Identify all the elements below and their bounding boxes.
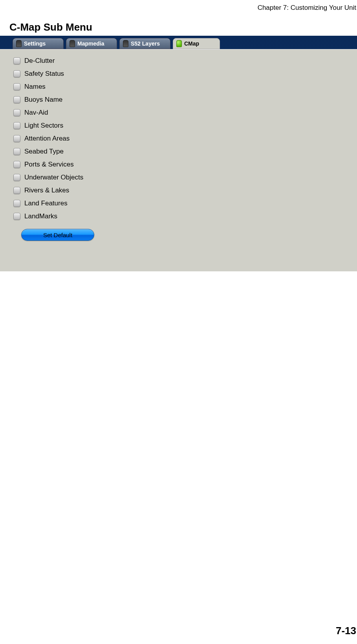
tab-cmap[interactable]: CMap (173, 38, 220, 49)
option-land-features[interactable]: Land Features (13, 197, 357, 210)
page-number: 7-13 (336, 625, 356, 637)
checkbox-icon (13, 122, 20, 129)
tab-bar: Settings Mapmedia S52 Layers CMap (13, 38, 357, 49)
checkbox-icon (13, 135, 20, 142)
set-default-button[interactable]: Set Default (21, 229, 94, 241)
checkbox-icon (13, 148, 20, 155)
folder-icon (123, 40, 128, 47)
section-title: C-Map Sub Menu (9, 21, 357, 33)
option-nav-aid[interactable]: Nav-Aid (13, 106, 357, 119)
tab-label: Settings (24, 40, 46, 47)
option-safety-status[interactable]: Safety Status (13, 67, 357, 80)
checkbox-icon (13, 174, 20, 181)
checkbox-icon (13, 187, 20, 194)
option-label: Light Sectors (24, 122, 63, 130)
option-ports-services[interactable]: Ports & Services (13, 158, 357, 171)
option-label: Attention Areas (24, 135, 70, 143)
checkbox-icon (13, 70, 20, 77)
tab-label: CMap (184, 40, 199, 47)
checkbox-icon (13, 96, 20, 103)
option-light-sectors[interactable]: Light Sectors (13, 119, 357, 132)
checkbox-icon (13, 161, 20, 168)
option-list: De-Clutter Safety Status Names Buoys Nam… (0, 49, 357, 223)
checkbox-icon (13, 200, 20, 207)
tab-s52-layers[interactable]: S52 Layers (119, 38, 170, 49)
tab-mapmedia[interactable]: Mapmedia (66, 38, 117, 49)
checkbox-icon (13, 213, 20, 220)
option-label: Underwater Objects (24, 174, 83, 181)
option-label: Nav-Aid (24, 109, 48, 117)
option-label: Buoys Name (24, 96, 62, 104)
option-label: De-Clutter (24, 57, 55, 65)
option-attention-areas[interactable]: Attention Areas (13, 132, 357, 145)
option-label: Safety Status (24, 70, 64, 78)
option-label: Names (24, 83, 46, 91)
checkbox-icon (13, 83, 20, 90)
option-label: Ports & Services (24, 161, 74, 168)
option-seabed-type[interactable]: Seabed Type (13, 145, 357, 158)
checkbox-icon (13, 57, 20, 64)
option-label: LandMarks (24, 212, 57, 220)
tab-label: S52 Layers (131, 40, 160, 47)
option-label: Land Features (24, 199, 68, 207)
folder-icon (70, 40, 75, 47)
document-page: Chapter 7: Customizing Your Unit C-Map S… (0, 0, 357, 644)
option-buoys-name[interactable]: Buoys Name (13, 93, 357, 106)
checkbox-icon (13, 109, 20, 116)
option-landmarks[interactable]: LandMarks (13, 210, 357, 223)
button-label: Set Default (43, 232, 72, 238)
content-panel: De-Clutter Safety Status Names Buoys Nam… (0, 49, 357, 271)
option-de-clutter[interactable]: De-Clutter (13, 54, 357, 67)
option-rivers-lakes[interactable]: Rivers & Lakes (13, 184, 357, 197)
chapter-header: Chapter 7: Customizing Your Unit (0, 4, 357, 12)
screenshot-panel: Settings Mapmedia S52 Layers CMap De-Clu… (0, 36, 357, 271)
tab-settings[interactable]: Settings (13, 38, 64, 49)
option-names[interactable]: Names (13, 80, 357, 93)
folder-icon (176, 40, 182, 47)
option-underwater-objects[interactable]: Underwater Objects (13, 171, 357, 184)
option-label: Seabed Type (24, 148, 64, 156)
folder-icon (16, 40, 22, 47)
option-label: Rivers & Lakes (24, 187, 69, 194)
tab-label: Mapmedia (77, 40, 104, 47)
